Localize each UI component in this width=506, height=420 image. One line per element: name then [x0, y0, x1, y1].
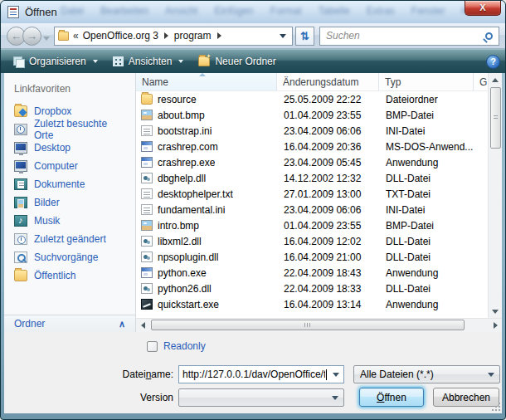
scroll-right-button[interactable] — [489, 319, 502, 332]
file-name: about.bmp — [158, 110, 205, 121]
scroll-left-button[interactable] — [136, 319, 149, 332]
history-dropdown-icon[interactable] — [43, 37, 50, 41]
titlebar[interactable]: DateiBearbeitenAnsichtEinfügenFormatTabe… — [1, 1, 505, 23]
breadcrumb-item-openoffice[interactable]: OpenOffice.org 3 — [83, 30, 158, 42]
version-select[interactable] — [178, 388, 344, 407]
new-folder-icon — [198, 56, 210, 66]
resize-grip[interactable] — [492, 403, 500, 411]
chevron-right-icon[interactable] — [217, 32, 221, 39]
sidebar-item-pictures[interactable]: Bilder — [4, 193, 135, 212]
filename-input[interactable]: http://127.0.0.1/dav/OpenOffice/text.odt — [178, 365, 344, 383]
command-toolbar: Organisieren Ansichten Neuer Ordner ? — [1, 49, 505, 73]
scroll-up-button[interactable] — [489, 73, 502, 86]
pictures-icon — [14, 197, 27, 208]
table-row[interactable]: about.bmp 01.04.2009 23:55 BMP-Datei — [136, 107, 488, 123]
arrow-left-icon — [141, 322, 145, 329]
column-header-name[interactable]: Name — [136, 73, 277, 90]
breadcrumb[interactable]: « OpenOffice.org 3 program — [54, 27, 293, 46]
horizontal-scrollbar[interactable] — [136, 318, 502, 332]
table-row[interactable]: fundamental.ini 23.04.2009 06:06 INI-Dat… — [136, 202, 488, 217]
views-label: Ansichten — [129, 56, 173, 67]
file-type: DLL-Datei — [379, 173, 488, 184]
table-row[interactable]: intro.bmp 01.04.2009 23:55 BMP-Datei — [136, 217, 488, 233]
scroll-down-button[interactable] — [489, 305, 502, 318]
filetype-select[interactable]: Alle Dateien (*.*) — [353, 365, 500, 383]
open-button[interactable]: Öffnen — [359, 388, 424, 407]
file-date: 16.04.2009 21:00 — [277, 252, 379, 263]
table-row[interactable]: libxml2.dll 16.04.2009 12:02 DLL-Datei — [136, 233, 488, 249]
refresh-button[interactable]: ⇅ — [295, 27, 314, 46]
search-input[interactable]: Suchen — [319, 27, 499, 46]
chevron-right-icon[interactable] — [164, 32, 168, 39]
file-name: libxml2.dll — [158, 236, 202, 247]
search-icon — [485, 32, 493, 40]
sidebar-item-changed[interactable]: Zuletzt geändert — [4, 230, 135, 248]
refresh-icon: ⇅ — [300, 30, 309, 42]
organize-button[interactable]: Organisieren — [6, 51, 105, 71]
help-button[interactable]: ? — [486, 55, 500, 69]
address-dropdown-icon[interactable] — [280, 34, 286, 38]
dropbox-icon — [14, 105, 27, 117]
sidebar-item-desktop[interactable]: Desktop — [4, 139, 135, 157]
views-button[interactable]: Ansichten — [105, 51, 192, 71]
table-row[interactable]: bootstrap.ini 23.04.2009 06:06 INI-Datei — [136, 123, 488, 139]
readonly-checkbox[interactable] — [147, 341, 158, 352]
forward-button[interactable]: → — [22, 27, 41, 46]
cancel-button[interactable]: Abbrechen — [433, 388, 499, 407]
table-row[interactable]: desktophelper.txt 27.01.2009 13:00 TXT-D… — [136, 186, 488, 202]
dll-file-icon — [141, 252, 153, 262]
file-date: 01.04.2009 23:55 — [277, 110, 379, 121]
organize-icon — [13, 56, 24, 66]
music-icon — [14, 215, 27, 227]
back-arrow-icon: ← — [11, 30, 22, 42]
file-name: resource — [158, 94, 197, 105]
vertical-scrollbar[interactable] — [488, 73, 502, 318]
new-folder-button[interactable]: Neuer Ordner — [191, 51, 283, 71]
table-row[interactable]: dbghelp.dll 14.12.2002 12:32 DLL-Datei — [136, 170, 488, 186]
table-row[interactable]: resource 25.05.2009 22:22 Dateiordner — [136, 91, 488, 107]
sidebar-item-documents[interactable]: Dokumente — [4, 175, 135, 193]
file-list: Name Änderungsdatum Typ G resource 25.05… — [136, 73, 502, 332]
app-file-icon — [141, 267, 153, 278]
folders-expander[interactable]: Ordner ∧ — [4, 315, 135, 332]
filetype-value: Alle Dateien (*.*) — [360, 369, 434, 380]
column-header-size[interactable]: G — [474, 73, 488, 90]
bmp-file-icon — [141, 220, 153, 231]
readonly-label: Readonly — [163, 340, 206, 352]
file-date: 25.05.2009 22:22 — [277, 94, 379, 105]
sidebar-item-public[interactable]: Öffentlich — [4, 266, 135, 285]
chevron-down-icon — [93, 60, 98, 63]
text-file-icon — [141, 125, 153, 136]
file-type: BMP-Datei — [379, 110, 488, 121]
table-row[interactable]: quickstart.exe 16.04.2009 13:14 Anwendun… — [136, 296, 488, 312]
filename-dropdown-icon[interactable] — [333, 373, 339, 377]
background-menu-item: Tabelle — [319, 5, 350, 17]
sidebar-item-music[interactable]: Musik — [4, 212, 135, 230]
views-grid-icon — [113, 56, 124, 66]
filename-label: Dateiname: — [4, 369, 178, 380]
table-row[interactable]: crashrep.exe 23.04.2009 05:45 Anwendung — [136, 154, 488, 170]
breadcrumb-overflow-chevron[interactable]: « — [73, 30, 79, 42]
file-name: dbghelp.dll — [158, 173, 206, 184]
dll-file-icon — [141, 283, 153, 294]
sidebar-item-recent[interactable]: Zuletzt besuchte Orte — [4, 120, 135, 139]
dll-file-icon — [141, 173, 153, 183]
vertical-scroll-thumb[interactable] — [490, 87, 501, 149]
file-date: 23.04.2009 06:06 — [277, 204, 379, 216]
sidebar-item-computer[interactable]: Computer — [4, 157, 135, 175]
new-folder-label: Neuer Ordner — [215, 56, 275, 67]
sidebar-item-search[interactable]: Suchvorgänge — [4, 248, 135, 266]
horizontal-scroll-thumb[interactable] — [151, 320, 465, 330]
column-header-type[interactable]: Typ — [379, 73, 474, 90]
table-row[interactable]: python26.dll 22.04.2009 18:33 DLL-Datei — [136, 281, 488, 296]
file-date: 16.04.2009 13:14 — [277, 299, 379, 310]
table-row[interactable]: npsoplugin.dll 16.04.2009 21:00 DLL-Date… — [136, 249, 488, 265]
table-row[interactable]: crashrep.com 16.04.2009 20:36 MS-DOS-Anw… — [136, 139, 488, 154]
app-file-icon — [141, 141, 153, 152]
close-button[interactable]: X — [465, 1, 501, 16]
app-file-icon — [141, 157, 153, 168]
column-header-date[interactable]: Änderungsdatum — [277, 73, 379, 90]
help-icon: ? — [490, 56, 496, 66]
table-row[interactable]: python.exe 22.04.2009 18:43 Anwendung — [136, 265, 488, 281]
breadcrumb-item-program[interactable]: program — [174, 30, 212, 42]
